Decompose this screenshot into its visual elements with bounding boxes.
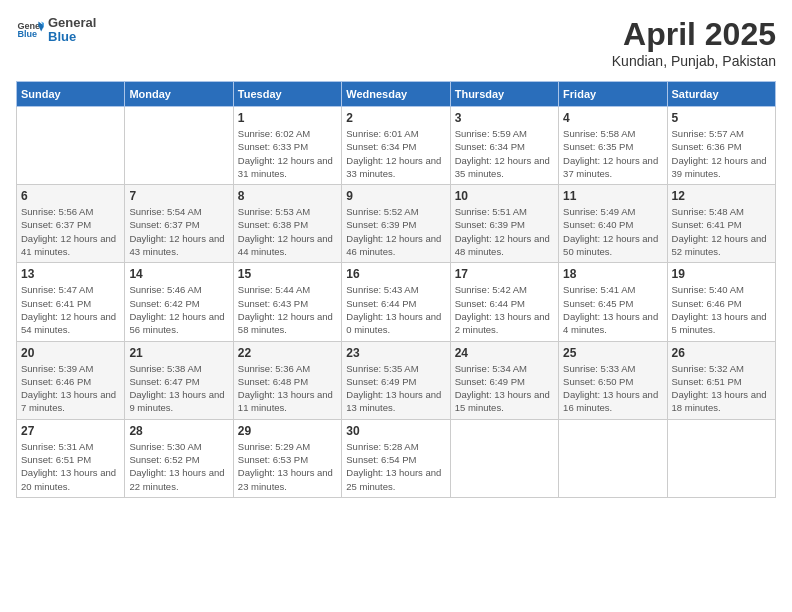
day-detail: Sunrise: 5:28 AM Sunset: 6:54 PM Dayligh… [346, 440, 445, 493]
calendar-cell: 27Sunrise: 5:31 AM Sunset: 6:51 PM Dayli… [17, 419, 125, 497]
calendar-cell: 28Sunrise: 5:30 AM Sunset: 6:52 PM Dayli… [125, 419, 233, 497]
weekday-header-tuesday: Tuesday [233, 82, 341, 107]
calendar-cell: 21Sunrise: 5:38 AM Sunset: 6:47 PM Dayli… [125, 341, 233, 419]
day-detail: Sunrise: 5:38 AM Sunset: 6:47 PM Dayligh… [129, 362, 228, 415]
calendar-week-row: 20Sunrise: 5:39 AM Sunset: 6:46 PM Dayli… [17, 341, 776, 419]
day-detail: Sunrise: 5:43 AM Sunset: 6:44 PM Dayligh… [346, 283, 445, 336]
day-number: 25 [563, 346, 662, 360]
calendar-cell: 8Sunrise: 5:53 AM Sunset: 6:38 PM Daylig… [233, 185, 341, 263]
day-detail: Sunrise: 5:57 AM Sunset: 6:36 PM Dayligh… [672, 127, 771, 180]
day-detail: Sunrise: 5:40 AM Sunset: 6:46 PM Dayligh… [672, 283, 771, 336]
calendar-cell [450, 419, 558, 497]
day-detail: Sunrise: 5:32 AM Sunset: 6:51 PM Dayligh… [672, 362, 771, 415]
calendar-cell: 29Sunrise: 5:29 AM Sunset: 6:53 PM Dayli… [233, 419, 341, 497]
day-detail: Sunrise: 5:44 AM Sunset: 6:43 PM Dayligh… [238, 283, 337, 336]
calendar-cell: 3Sunrise: 5:59 AM Sunset: 6:34 PM Daylig… [450, 107, 558, 185]
day-detail: Sunrise: 5:31 AM Sunset: 6:51 PM Dayligh… [21, 440, 120, 493]
day-detail: Sunrise: 5:35 AM Sunset: 6:49 PM Dayligh… [346, 362, 445, 415]
calendar-cell: 15Sunrise: 5:44 AM Sunset: 6:43 PM Dayli… [233, 263, 341, 341]
calendar-header-row: SundayMondayTuesdayWednesdayThursdayFrid… [17, 82, 776, 107]
weekday-header-wednesday: Wednesday [342, 82, 450, 107]
day-detail: Sunrise: 5:30 AM Sunset: 6:52 PM Dayligh… [129, 440, 228, 493]
day-number: 20 [21, 346, 120, 360]
day-number: 1 [238, 111, 337, 125]
calendar-cell: 30Sunrise: 5:28 AM Sunset: 6:54 PM Dayli… [342, 419, 450, 497]
page-header: General Blue General Blue April 2025 Kun… [16, 16, 776, 69]
calendar-cell: 4Sunrise: 5:58 AM Sunset: 6:35 PM Daylig… [559, 107, 667, 185]
day-detail: Sunrise: 5:41 AM Sunset: 6:45 PM Dayligh… [563, 283, 662, 336]
day-number: 8 [238, 189, 337, 203]
day-number: 10 [455, 189, 554, 203]
day-number: 23 [346, 346, 445, 360]
svg-text:Blue: Blue [17, 29, 37, 39]
day-number: 18 [563, 267, 662, 281]
day-detail: Sunrise: 5:39 AM Sunset: 6:46 PM Dayligh… [21, 362, 120, 415]
calendar-cell: 22Sunrise: 5:36 AM Sunset: 6:48 PM Dayli… [233, 341, 341, 419]
weekday-header-thursday: Thursday [450, 82, 558, 107]
calendar-cell: 13Sunrise: 5:47 AM Sunset: 6:41 PM Dayli… [17, 263, 125, 341]
day-number: 27 [21, 424, 120, 438]
day-number: 16 [346, 267, 445, 281]
calendar-cell: 17Sunrise: 5:42 AM Sunset: 6:44 PM Dayli… [450, 263, 558, 341]
day-number: 24 [455, 346, 554, 360]
day-detail: Sunrise: 5:59 AM Sunset: 6:34 PM Dayligh… [455, 127, 554, 180]
day-number: 26 [672, 346, 771, 360]
day-detail: Sunrise: 5:49 AM Sunset: 6:40 PM Dayligh… [563, 205, 662, 258]
logo-blue-text: Blue [48, 30, 96, 44]
day-detail: Sunrise: 5:33 AM Sunset: 6:50 PM Dayligh… [563, 362, 662, 415]
calendar-week-row: 13Sunrise: 5:47 AM Sunset: 6:41 PM Dayli… [17, 263, 776, 341]
day-number: 22 [238, 346, 337, 360]
calendar-cell: 14Sunrise: 5:46 AM Sunset: 6:42 PM Dayli… [125, 263, 233, 341]
day-detail: Sunrise: 5:42 AM Sunset: 6:44 PM Dayligh… [455, 283, 554, 336]
calendar-cell: 6Sunrise: 5:56 AM Sunset: 6:37 PM Daylig… [17, 185, 125, 263]
day-number: 5 [672, 111, 771, 125]
day-detail: Sunrise: 5:47 AM Sunset: 6:41 PM Dayligh… [21, 283, 120, 336]
calendar-cell: 26Sunrise: 5:32 AM Sunset: 6:51 PM Dayli… [667, 341, 775, 419]
day-detail: Sunrise: 5:48 AM Sunset: 6:41 PM Dayligh… [672, 205, 771, 258]
logo-icon: General Blue [16, 16, 44, 44]
calendar-week-row: 1Sunrise: 6:02 AM Sunset: 6:33 PM Daylig… [17, 107, 776, 185]
day-detail: Sunrise: 5:34 AM Sunset: 6:49 PM Dayligh… [455, 362, 554, 415]
calendar-cell [667, 419, 775, 497]
day-number: 15 [238, 267, 337, 281]
day-number: 30 [346, 424, 445, 438]
day-detail: Sunrise: 5:58 AM Sunset: 6:35 PM Dayligh… [563, 127, 662, 180]
day-number: 4 [563, 111, 662, 125]
day-detail: Sunrise: 5:46 AM Sunset: 6:42 PM Dayligh… [129, 283, 228, 336]
day-number: 12 [672, 189, 771, 203]
calendar-cell [125, 107, 233, 185]
calendar-cell: 19Sunrise: 5:40 AM Sunset: 6:46 PM Dayli… [667, 263, 775, 341]
day-number: 11 [563, 189, 662, 203]
day-number: 21 [129, 346, 228, 360]
day-number: 2 [346, 111, 445, 125]
day-detail: Sunrise: 5:53 AM Sunset: 6:38 PM Dayligh… [238, 205, 337, 258]
calendar-cell: 25Sunrise: 5:33 AM Sunset: 6:50 PM Dayli… [559, 341, 667, 419]
calendar-cell: 7Sunrise: 5:54 AM Sunset: 6:37 PM Daylig… [125, 185, 233, 263]
logo-general-text: General [48, 16, 96, 30]
calendar-cell [17, 107, 125, 185]
day-detail: Sunrise: 5:54 AM Sunset: 6:37 PM Dayligh… [129, 205, 228, 258]
day-number: 14 [129, 267, 228, 281]
day-number: 7 [129, 189, 228, 203]
day-number: 13 [21, 267, 120, 281]
logo: General Blue General Blue [16, 16, 96, 45]
calendar-cell: 9Sunrise: 5:52 AM Sunset: 6:39 PM Daylig… [342, 185, 450, 263]
day-detail: Sunrise: 5:36 AM Sunset: 6:48 PM Dayligh… [238, 362, 337, 415]
calendar-week-row: 6Sunrise: 5:56 AM Sunset: 6:37 PM Daylig… [17, 185, 776, 263]
calendar-table: SundayMondayTuesdayWednesdayThursdayFrid… [16, 81, 776, 498]
day-number: 17 [455, 267, 554, 281]
calendar-cell: 20Sunrise: 5:39 AM Sunset: 6:46 PM Dayli… [17, 341, 125, 419]
day-detail: Sunrise: 5:51 AM Sunset: 6:39 PM Dayligh… [455, 205, 554, 258]
calendar-week-row: 27Sunrise: 5:31 AM Sunset: 6:51 PM Dayli… [17, 419, 776, 497]
day-detail: Sunrise: 5:56 AM Sunset: 6:37 PM Dayligh… [21, 205, 120, 258]
calendar-subtitle: Kundian, Punjab, Pakistan [612, 53, 776, 69]
weekday-header-sunday: Sunday [17, 82, 125, 107]
day-detail: Sunrise: 5:29 AM Sunset: 6:53 PM Dayligh… [238, 440, 337, 493]
calendar-cell: 11Sunrise: 5:49 AM Sunset: 6:40 PM Dayli… [559, 185, 667, 263]
day-number: 29 [238, 424, 337, 438]
calendar-cell: 18Sunrise: 5:41 AM Sunset: 6:45 PM Dayli… [559, 263, 667, 341]
weekday-header-friday: Friday [559, 82, 667, 107]
calendar-cell: 12Sunrise: 5:48 AM Sunset: 6:41 PM Dayli… [667, 185, 775, 263]
calendar-cell [559, 419, 667, 497]
title-area: April 2025 Kundian, Punjab, Pakistan [612, 16, 776, 69]
